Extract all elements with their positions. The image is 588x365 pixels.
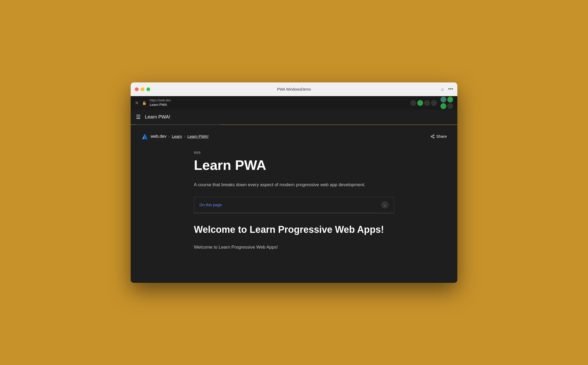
ext-icon-8[interactable] <box>447 103 453 109</box>
nav-bar: ☰ Learn PWA! <box>131 110 457 125</box>
svg-line-5 <box>432 137 433 137</box>
address-url: https://web.dev <box>150 98 171 103</box>
section-text: Welcome to Learn Progressive Web Apps! <box>194 244 394 251</box>
ext-icon-3[interactable] <box>424 100 430 106</box>
section-heading: Welcome to Learn Progressive Web Apps! <box>194 224 394 235</box>
main-content: web.dev › Learn › Learn PWA! Share 000 L… <box>131 125 457 283</box>
hamburger-icon[interactable]: ☰ <box>136 114 141 120</box>
article-title: Learn PWA <box>194 158 394 173</box>
share-label: Share <box>436 134 447 139</box>
share-button[interactable]: Share <box>430 134 447 139</box>
svg-point-4 <box>433 137 434 138</box>
article: 000 Learn PWA A course that breaks down … <box>194 151 394 251</box>
breadcrumb: web.dev › Learn › Learn PWA! Share <box>141 133 447 140</box>
on-this-page-label: On this page <box>199 203 222 207</box>
ext-icon-4[interactable] <box>431 100 437 106</box>
divider-bottom <box>194 213 394 213</box>
breadcrumb-learn-link[interactable]: Learn <box>172 134 182 139</box>
breadcrumb-current-link[interactable]: Learn PWA! <box>187 134 208 139</box>
chevron-down-icon: ⌄ <box>381 201 389 209</box>
address-info: https://web.dev Learn PWA <box>150 98 171 107</box>
close-button[interactable] <box>135 87 139 91</box>
breadcrumb-sep-1: › <box>169 134 170 139</box>
title-bar-actions: ⌕ ••• <box>441 86 453 92</box>
share-icon <box>430 134 435 139</box>
on-this-page-toggle[interactable]: On this page ⌄ <box>194 197 394 213</box>
address-bar: ✕ 🔒 https://web.dev Learn PWA <box>131 96 457 110</box>
webdev-home-link[interactable]: web.dev <box>151 134 166 139</box>
svg-line-6 <box>432 135 433 136</box>
maximize-button[interactable] <box>146 87 150 91</box>
ext-icon-5[interactable] <box>440 97 446 102</box>
ext-icon-6[interactable] <box>447 97 453 102</box>
extensions <box>410 100 437 106</box>
minimize-button[interactable] <box>141 87 144 91</box>
article-number: 000 <box>194 151 394 155</box>
svg-point-3 <box>431 136 432 137</box>
window-title: PWA WindowsDemo <box>277 87 311 91</box>
search-icon[interactable]: ⌕ <box>441 86 444 92</box>
title-bar: PWA WindowsDemo ⌕ ••• <box>131 82 457 96</box>
address-site-name: Learn PWA <box>150 103 171 107</box>
breadcrumb-sep-2: › <box>184 134 185 139</box>
tab-close-icon[interactable]: ✕ <box>135 100 139 106</box>
nav-title: Learn PWA! <box>145 114 170 120</box>
ext-icon-2[interactable] <box>417 100 423 106</box>
webdev-logo-link[interactable]: web.dev <box>141 133 166 140</box>
more-icon[interactable]: ••• <box>448 86 453 92</box>
ext-icon-1[interactable] <box>410 100 416 106</box>
lock-icon: 🔒 <box>142 101 146 105</box>
app-window: PWA WindowsDemo ⌕ ••• ✕ 🔒 https://web.de… <box>131 82 457 283</box>
traffic-lights <box>135 87 150 91</box>
webdev-logo-icon <box>141 133 149 140</box>
article-description: A course that breaks down every aspect o… <box>194 181 394 188</box>
svg-point-2 <box>433 135 434 136</box>
ext-icon-7[interactable] <box>440 103 446 109</box>
